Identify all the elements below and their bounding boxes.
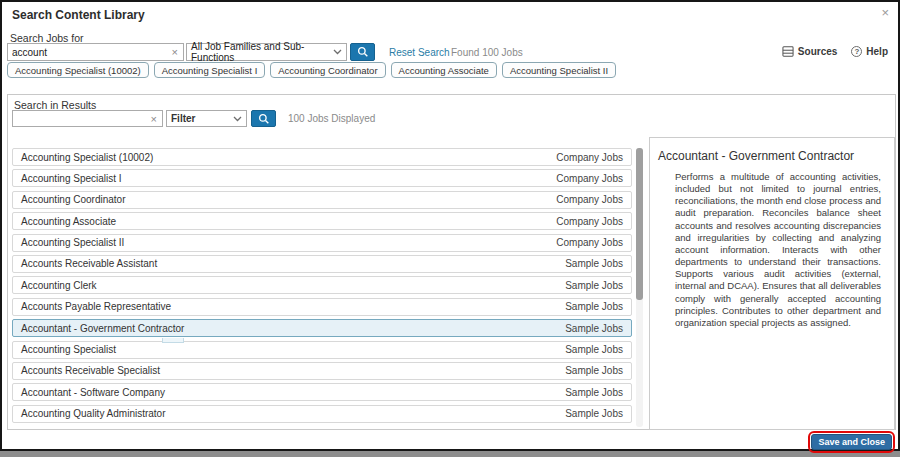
job-name: Accounting Specialist I	[21, 173, 122, 184]
dialog-title: Search Content Library	[12, 8, 145, 22]
list-item[interactable]: Accountant - Software CompanySample Jobs	[12, 383, 632, 401]
results-filter-input-wrap: ×	[12, 110, 163, 127]
list-item[interactable]: Accounting AssociateCompany Jobs	[12, 212, 632, 230]
search-icon	[357, 46, 369, 58]
search-icon	[258, 113, 270, 125]
clear-filter-icon[interactable]: ×	[146, 111, 162, 127]
job-type: Sample Jobs	[565, 408, 623, 419]
chevron-down-icon	[233, 116, 242, 122]
results-filter-input[interactable]	[13, 113, 146, 124]
search-chip[interactable]: Accounting Associate	[391, 62, 497, 78]
results-search-button[interactable]	[251, 110, 276, 127]
save-and-close-button[interactable]: Save and Close	[811, 434, 892, 450]
job-name: Accounting Coordinator	[21, 194, 126, 205]
job-list: Accounting Specialist (10002)Company Job…	[12, 148, 632, 423]
job-name: Accountant - Government Contractor	[21, 323, 184, 334]
search-chip[interactable]: Accounting Specialist I	[154, 62, 266, 78]
close-icon[interactable]: ×	[881, 6, 889, 20]
list-item[interactable]: Accounts Receivable AssistantSample Jobs	[12, 255, 632, 273]
search-chip[interactable]: Accounting Specialist II	[502, 62, 616, 78]
job-type: Company Jobs	[556, 173, 623, 184]
job-name: Accounting Specialist (10002)	[21, 152, 153, 163]
search-button[interactable]	[350, 43, 375, 61]
job-name: Accountant - Software Company	[21, 387, 165, 398]
list-item[interactable]: Accounting Specialist IICompany Jobs	[12, 234, 632, 252]
job-type: Sample Jobs	[565, 344, 623, 355]
help-label: Help	[866, 46, 888, 57]
found-jobs-count: Found 100 Jobs	[451, 47, 523, 58]
sources-icon	[782, 46, 794, 57]
annotation-highlight: Save and Close	[808, 431, 895, 453]
scrollbar-track[interactable]	[636, 148, 643, 427]
job-detail-description: Performs a multitude of accounting activ…	[675, 171, 881, 329]
list-item[interactable]: Accounting ClerkSample Jobs	[12, 276, 632, 294]
job-detail-panel: Accountant - Government Contractor Perfo…	[649, 137, 895, 430]
list-item[interactable]: Accountant - Government ContractorSample…	[12, 319, 632, 337]
job-name: Accounting Specialist II	[21, 237, 124, 248]
job-name: Accounts Receivable Specialist	[21, 365, 160, 376]
job-family-dropdown[interactable]: All Job Families and Sub-Functions	[186, 43, 347, 61]
job-name: Accounting Clerk	[21, 280, 97, 291]
search-chip[interactable]: Accounting Specialist (10002)	[7, 62, 149, 78]
filter-dropdown[interactable]: Filter	[166, 110, 247, 127]
sources-label: Sources	[798, 46, 837, 57]
job-name: Accounts Receivable Assistant	[21, 258, 157, 269]
sources-button[interactable]: Sources	[782, 46, 837, 57]
top-right-actions: Sources ? Help	[782, 46, 888, 57]
help-button[interactable]: ? Help	[851, 46, 888, 57]
search-jobs-input-wrap: ×	[7, 43, 184, 61]
filter-dropdown-value: Filter	[171, 113, 195, 124]
reset-search-link[interactable]: Reset Search	[389, 47, 450, 58]
recent-search-chips: Accounting Specialist (10002)Accounting …	[7, 62, 616, 78]
job-detail-title: Accountant - Government Contractor	[658, 149, 854, 163]
selection-notch	[162, 338, 184, 343]
job-type: Sample Jobs	[565, 258, 623, 269]
job-type: Sample Jobs	[565, 323, 623, 334]
chevron-down-icon	[333, 49, 342, 55]
job-type: Company Jobs	[556, 152, 623, 163]
help-icon: ?	[851, 46, 862, 57]
job-type: Sample Jobs	[565, 280, 623, 291]
job-name: Accounting Associate	[21, 216, 116, 227]
job-type: Sample Jobs	[565, 365, 623, 376]
jobs-displayed-count: 100 Jobs Displayed	[288, 113, 375, 124]
search-jobs-input[interactable]	[8, 47, 167, 58]
search-chip[interactable]: Accounting Coordinator	[270, 62, 385, 78]
job-type: Company Jobs	[556, 237, 623, 248]
job-type: Sample Jobs	[565, 301, 623, 312]
job-name: Accounting Quality Administrator	[21, 408, 166, 419]
job-type: Sample Jobs	[565, 387, 623, 398]
list-item[interactable]: Accounting Specialist ICompany Jobs	[12, 169, 632, 187]
job-type: Company Jobs	[556, 216, 623, 227]
clear-search-icon[interactable]: ×	[167, 44, 183, 60]
search-content-library-dialog: Search Content Library × Search Jobs for…	[0, 0, 900, 451]
list-item[interactable]: Accounting Specialist (10002)Company Job…	[12, 148, 632, 166]
job-family-dropdown-value: All Job Families and Sub-Functions	[191, 41, 329, 63]
list-item[interactable]: Accounting SpecialistSample Jobs	[12, 341, 632, 359]
scrollbar-thumb[interactable]	[636, 148, 643, 300]
screen-background: Search Content Library × Search Jobs for…	[0, 0, 900, 457]
job-type: Company Jobs	[556, 194, 623, 205]
list-item[interactable]: Accounts Receivable SpecialistSample Job…	[12, 362, 632, 380]
job-name: Accounting Specialist	[21, 344, 116, 355]
job-name: Accounts Payable Representative	[21, 301, 171, 312]
list-item[interactable]: Accounting CoordinatorCompany Jobs	[12, 191, 632, 209]
list-item[interactable]: Accounting Quality AdministratorSample J…	[12, 405, 632, 423]
list-item[interactable]: Accounts Payable RepresentativeSample Jo…	[12, 298, 632, 316]
